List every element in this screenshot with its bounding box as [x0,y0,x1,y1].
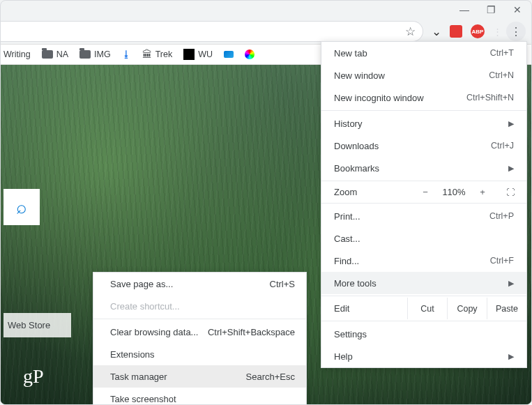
menu-label: Task manager [110,372,167,382]
menu-separator [321,296,526,296]
bookmark-label: NA [56,49,68,59]
pocket-extension-icon[interactable]: ⌄ [432,24,441,39]
page-logo: gP [23,365,44,388]
submenu-arrow-icon: ▶ [508,352,514,361]
window-close-button[interactable]: ✕ [509,4,526,15]
menu-bookmarks[interactable]: Bookmarks ▶ [321,157,526,179]
photos-icon [245,49,254,59]
menu-shortcut: Ctrl+N [489,70,514,80]
bookmark-trek[interactable]: 🏛Trek [142,49,173,60]
menu-label: History [334,119,362,129]
menu-label: Settings [334,329,367,339]
web-store-tile[interactable]: Web Store [3,313,71,337]
submenu-clear-data[interactable]: Clear browsing data... Ctrl+Shift+Backsp… [93,321,306,343]
trek-icon: 🏛 [142,49,152,60]
menu-label: Clear browsing data... [110,327,198,337]
submenu-task-manager[interactable]: Task manager Search+Esc [93,365,306,388]
submenu-arrow-icon: ▶ [508,119,514,128]
menu-shortcut: Search+Esc [246,372,295,382]
menu-shortcut: Ctrl+Shift+Backspace [208,327,295,337]
menu-label: Bookmarks [334,163,379,174]
fullscreen-button[interactable]: ⛶ [496,188,526,197]
menu-zoom: Zoom − 110% + ⛶ [321,183,526,201]
menu-incognito[interactable]: New incognito window Ctrl+Shift+N [321,86,526,109]
zoom-in-button[interactable]: + [469,187,496,197]
menu-shortcut: Ctrl+T [490,48,514,58]
zoom-out-button[interactable]: − [412,187,439,197]
bookmark-wu[interactable]: WU [183,49,213,60]
menu-edit-row: Edit Cut Copy Paste [321,298,526,319]
search-icon: ⌕ [16,197,27,218]
menu-more-tools[interactable]: More tools ▶ [321,272,526,294]
red-extension-icon[interactable] [450,25,462,38]
edit-paste-button[interactable]: Paste [487,298,526,319]
search-tile[interactable]: ⌕ [3,189,40,225]
wu-icon [183,49,195,60]
bookmark-label: IMG [94,49,111,59]
menu-new-window[interactable]: New window Ctrl+N [321,64,526,86]
submenu-arrow-icon: ▶ [508,279,514,288]
bookmark-downloads[interactable]: ⭳ [122,49,131,59]
menu-cast[interactable]: Cast... [321,227,526,250]
menu-find[interactable]: Find... Ctrl+F [321,250,526,272]
menu-separator [321,321,526,321]
bookmark-folder-na[interactable]: NA [42,49,68,59]
chrome-menu-button[interactable]: ⋮ [506,22,526,41]
menu-separator [321,110,526,111]
menu-shortcut: Ctrl+Shift+N [466,93,514,102]
window-restore-button[interactable]: ❐ [482,4,499,15]
bookmark-photos[interactable] [245,49,254,59]
more-tools-submenu: Save page as... Ctrl+S Create shortcut..… [93,272,307,405]
menu-shortcut: Ctrl+S [270,279,295,289]
submenu-extensions[interactable]: Extensions [93,343,306,365]
onedrive-icon [224,51,234,58]
edit-cut-button[interactable]: Cut [407,298,447,319]
submenu-create-shortcut: Create shortcut... [93,295,306,317]
download-icon: ⭳ [122,49,131,59]
menu-label: Find... [334,256,359,266]
menu-label: Take screenshot [110,394,176,404]
menu-label: New tab [334,48,367,59]
menu-label: New incognito window [334,93,424,103]
bookmark-label: Writing [3,49,31,59]
menu-label: Cast... [334,234,360,244]
vertical-dots-icon: ⋮ [510,25,522,38]
submenu-arrow-icon: ▶ [508,164,514,173]
menu-label: Extensions [110,349,155,360]
folder-icon [42,50,53,59]
bookmark-label: Trek [155,49,173,59]
menu-shortcut: Ctrl+P [489,211,514,221]
toolbar: ☆ ⌄ ABP ⋮ ⋮ [1,19,531,44]
menu-label: Downloads [334,141,379,151]
menu-separator [321,181,526,181]
toolbar-separator: ⋮ [493,26,502,37]
menu-print[interactable]: Print... Ctrl+P [321,205,526,227]
menu-help[interactable]: Help ▶ [321,345,526,367]
bookmark-label: WU [198,49,213,59]
menu-downloads[interactable]: Downloads Ctrl+J [321,135,526,157]
abp-extension-icon[interactable]: ABP [471,24,485,38]
menu-shortcut: Ctrl+J [491,141,514,151]
window-minimize-button[interactable]: — [456,4,473,15]
submenu-save-page[interactable]: Save page as... Ctrl+S [93,273,306,295]
star-icon[interactable]: ☆ [405,24,416,39]
submenu-take-screenshot[interactable]: Take screenshot [93,388,306,405]
bookmark-folder-img[interactable]: IMG [79,49,111,59]
zoom-value: 110% [439,187,469,197]
menu-history[interactable]: History ▶ [321,112,526,135]
menu-label: Help [334,351,353,362]
bookmark-onedrive[interactable] [224,51,234,58]
address-bar[interactable]: ☆ [1,21,423,42]
folder-icon [79,50,91,59]
menu-label: Create shortcut... [110,301,180,312]
chrome-main-menu: New tab Ctrl+T New window Ctrl+N New inc… [321,41,527,368]
menu-separator [321,203,526,204]
menu-separator [93,319,306,319]
menu-label: New window [334,70,385,81]
menu-settings[interactable]: Settings [321,323,526,345]
menu-new-tab[interactable]: New tab Ctrl+T [321,42,526,64]
menu-label: More tools [334,278,377,289]
edit-copy-button[interactable]: Copy [447,298,487,319]
menu-label: Save page as... [110,279,173,289]
bookmark-writing[interactable]: Writing [3,49,31,59]
